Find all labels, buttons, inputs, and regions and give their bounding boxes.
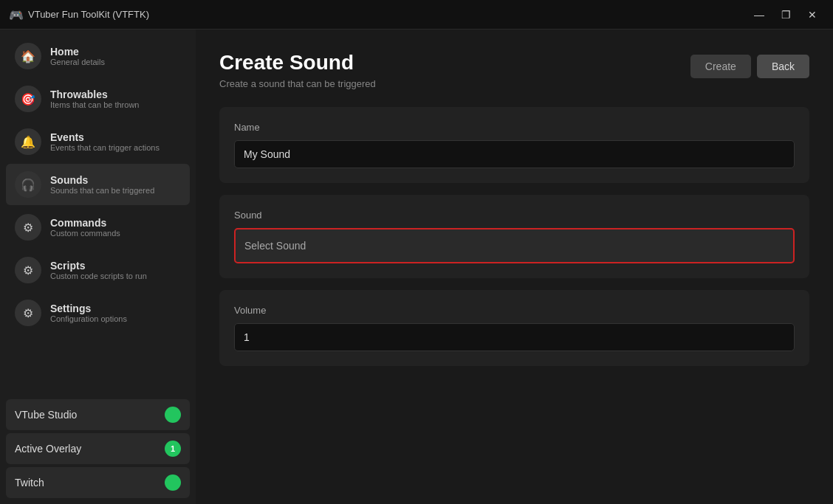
sidebar-item-active-overlay[interactable]: Active Overlay 1 <box>6 433 190 464</box>
maximize-button[interactable]: ❐ <box>774 6 798 24</box>
commands-icon: ⚙ <box>15 214 41 241</box>
sidebar-item-commands[interactable]: ⚙ Commands Custom commands <box>6 207 190 248</box>
sidebar-label-events: Events <box>50 131 160 143</box>
page-title: Create Sound <box>219 50 376 75</box>
sidebar-sublabel-throwables: Items that can be thrown <box>50 100 139 109</box>
sidebar: 🏠 Home General details 🎯 Throwables Item… <box>0 30 196 504</box>
vtube-studio-label: VTube Studio <box>15 409 77 421</box>
titlebar-left: 🎮 VTuber Fun ToolKit (VTFTK) <box>9 8 149 21</box>
twitch-label: Twitch <box>15 477 44 489</box>
scripts-icon: ⚙ <box>15 257 41 283</box>
sidebar-sublabel-settings: Configuration options <box>50 314 127 323</box>
name-section: Name <box>219 107 809 183</box>
app-title: VTuber Fun ToolKit (VTFTK) <box>28 9 149 20</box>
sidebar-sublabel-events: Events that can trigger actions <box>50 143 160 152</box>
volume-section: Volume <box>219 290 809 366</box>
sidebar-item-throwables[interactable]: 🎯 Throwables Items that can be thrown <box>6 78 190 120</box>
app-body: 🏠 Home General details 🎯 Throwables Item… <box>0 30 833 504</box>
back-button[interactable]: Back <box>757 55 809 78</box>
sidebar-label-settings: Settings <box>50 303 127 314</box>
close-button[interactable]: ✕ <box>801 6 824 24</box>
sidebar-sublabel-commands: Custom commands <box>50 229 120 238</box>
sidebar-label-sounds: Sounds <box>50 174 154 186</box>
sidebar-item-settings[interactable]: ⚙ Settings Configuration options <box>6 292 190 334</box>
active-overlay-label: Active Overlay <box>15 443 81 455</box>
content-title-block: Create Sound Create a sound that can be … <box>219 50 376 89</box>
minimize-button[interactable]: — <box>747 6 771 24</box>
sound-label: Sound <box>234 210 795 221</box>
header-buttons: Create Back <box>690 55 809 78</box>
sidebar-spacer <box>6 335 190 396</box>
sidebar-label-scripts: Scripts <box>50 260 147 272</box>
volume-label: Volume <box>234 305 795 316</box>
sidebar-sublabel-scripts: Custom code scripts to run <box>50 272 147 280</box>
window-controls: — ❐ ✕ <box>747 6 824 24</box>
settings-icon: ⚙ <box>15 300 41 326</box>
sidebar-item-scripts[interactable]: ⚙ Scripts Custom code scripts to run <box>6 249 190 291</box>
throwables-icon: 🎯 <box>15 86 41 112</box>
sidebar-item-vtube-studio[interactable]: VTube Studio <box>6 399 190 430</box>
sidebar-item-twitch[interactable]: Twitch <box>6 467 190 498</box>
titlebar: 🎮 VTuber Fun ToolKit (VTFTK) — ❐ ✕ <box>0 0 833 30</box>
sound-section: Sound Select Sound <box>219 195 809 278</box>
select-sound-button[interactable]: Select Sound <box>234 228 795 263</box>
sidebar-item-events[interactable]: 🔔 Events Events that can trigger actions <box>6 121 190 162</box>
create-button[interactable]: Create <box>690 55 751 78</box>
sidebar-label-commands: Commands <box>50 217 120 229</box>
name-input[interactable] <box>234 140 795 168</box>
twitch-status <box>165 474 181 491</box>
vtube-studio-status <box>165 407 181 423</box>
sidebar-sublabel-sounds: Sounds that can be triggered <box>50 186 154 195</box>
content-area: Create Sound Create a sound that can be … <box>196 30 833 504</box>
page-subtitle: Create a sound that can be triggered <box>219 78 376 89</box>
home-icon: 🏠 <box>15 43 41 69</box>
sounds-icon: 🎧 <box>15 171 41 198</box>
active-overlay-badge: 1 <box>165 441 181 457</box>
content-header: Create Sound Create a sound that can be … <box>219 50 809 89</box>
sidebar-label-home: Home <box>50 46 105 58</box>
sidebar-label-throwables: Throwables <box>50 89 139 100</box>
sidebar-item-home[interactable]: 🏠 Home General details <box>6 35 190 77</box>
sidebar-sublabel-home: General details <box>50 58 105 66</box>
events-icon: 🔔 <box>15 128 41 155</box>
app-icon: 🎮 <box>9 8 22 21</box>
sidebar-item-sounds[interactable]: 🎧 Sounds Sounds that can be triggered <box>6 164 190 205</box>
name-label: Name <box>234 122 795 133</box>
volume-input[interactable] <box>234 323 795 351</box>
